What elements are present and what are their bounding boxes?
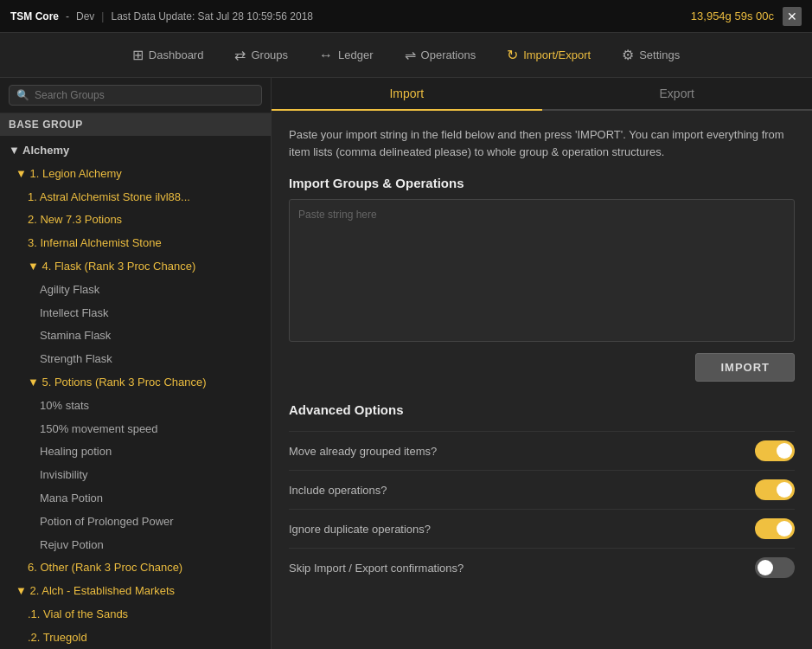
search-icon: 🔍: [16, 89, 29, 101]
tree-item-mana[interactable]: Mana Potion: [0, 487, 271, 511]
tree-item-legion_alchemy[interactable]: ▼ 1. Legion Alchemy: [0, 163, 271, 186]
import-button[interactable]: IMPORT: [695, 353, 795, 382]
nav-item-settings[interactable]: ⚙Settings: [608, 40, 694, 70]
toggle-knob-move_grouped: [777, 443, 792, 459]
toggle-move_grouped[interactable]: [755, 440, 795, 461]
tree-item-new73[interactable]: 2. New 7.3 Potions: [0, 209, 271, 232]
nav-icon-groups: ⇄: [234, 47, 246, 63]
nav-item-ledger[interactable]: ↔Ledger: [305, 41, 387, 70]
option-label-move_grouped: Move already grouped items?: [289, 445, 437, 458]
option-row-move_grouped: Move already grouped items?: [289, 431, 795, 470]
navbar: ⊞Dashboard⇄Groups↔Ledger⇌Operations↻Impo…: [0, 33, 812, 78]
nav-label-groups: Groups: [251, 48, 288, 61]
tree-item-infernal[interactable]: 3. Infernal Alchemist Stone: [0, 232, 271, 255]
advanced-options-title: Advanced Options: [289, 402, 795, 417]
option-label-include_ops: Include operations?: [289, 484, 387, 497]
group-header: Base Group: [0, 113, 271, 136]
tree-item-ten_percent[interactable]: 10% stats: [0, 395, 271, 418]
titlebar-right: 13,954g 59s 00c ✕: [691, 7, 802, 26]
tree-item-potions_rank3[interactable]: ▼ 5. Potions (Rank 3 Proc Chance): [0, 371, 271, 395]
option-row-include_ops: Include operations?: [289, 470, 795, 509]
toggle-knob-ignore_dupes: [777, 521, 792, 537]
nav-label-dashboard: Dashboard: [149, 48, 204, 61]
content-body: Paste your import string in the field be…: [272, 111, 812, 649]
tree-item-flask_rank3[interactable]: ▼ 4. Flask (Rank 3 Proc Chance): [0, 255, 271, 279]
search-input[interactable]: [35, 89, 254, 101]
tab-export[interactable]: Export: [542, 78, 813, 109]
search-input-wrap[interactable]: 🔍: [9, 85, 262, 106]
app-name: TSM Core: [10, 10, 59, 22]
nav-label-settings: Settings: [639, 48, 680, 61]
group-tree: ▼ Alchemy▼ 1. Legion Alchemy1. Astral Al…: [0, 136, 271, 649]
option-label-ignore_dupes: Ignore duplicate operations?: [289, 523, 431, 536]
nav-icon-settings: ⚙: [622, 47, 634, 63]
sidebar: 🔍 Base Group ▼ Alchemy▼ 1. Legion Alchem…: [0, 78, 272, 649]
tree-item-other_rank3[interactable]: 6. Other (Rank 3 Proc Chance): [0, 556, 271, 580]
nav-item-dashboard[interactable]: ⊞Dashboard: [118, 40, 218, 70]
titlebar-separator: -: [66, 10, 69, 22]
tab-import[interactable]: Import: [272, 78, 542, 111]
gold-amount: 13,954g 59s 00c: [691, 10, 774, 22]
tree-item-prolonged[interactable]: Potion of Prolonged Power: [0, 511, 271, 534]
toggle-ignore_dupes[interactable]: [755, 518, 795, 539]
tab-bar: ImportExport: [272, 78, 812, 111]
tree-item-stamina_flask[interactable]: Stamina Flask: [0, 324, 271, 348]
tree-item-truegold[interactable]: .2. Truegold: [0, 627, 271, 649]
option-label-skip_confirm: Skip Import / Export confirmations?: [289, 562, 464, 575]
tree-item-invisibility[interactable]: Invisibility: [0, 464, 271, 487]
content-panel: ImportExport Paste your import string in…: [272, 78, 812, 649]
nav-icon-dashboard: ⊞: [132, 47, 144, 63]
toggle-knob-include_ops: [777, 482, 792, 498]
nav-label-ledger: Ledger: [338, 48, 373, 61]
tree-item-agility_flask[interactable]: Agility Flask: [0, 279, 271, 302]
nav-icon-ledger: ↔: [319, 48, 333, 63]
nav-item-operations[interactable]: ⇌Operations: [391, 40, 490, 70]
main-layout: 🔍 Base Group ▼ Alchemy▼ 1. Legion Alchem…: [0, 78, 812, 649]
env-label: Dev: [76, 10, 94, 22]
titlebar: TSM Core - Dev | Last Data Update: Sat J…: [0, 0, 812, 33]
tree-item-movement[interactable]: 150% movement speed: [0, 418, 271, 441]
search-bar: 🔍: [0, 78, 271, 113]
nav-icon-import_export: ↻: [507, 47, 518, 63]
import-description: Paste your import string in the field be…: [289, 126, 795, 160]
tree-item-vial[interactable]: .1. Vial of the Sands: [0, 603, 271, 627]
nav-item-import_export[interactable]: ↻Import/Export: [493, 40, 604, 70]
nav-label-operations: Operations: [421, 48, 476, 61]
titlebar-divider: |: [101, 10, 104, 22]
close-button[interactable]: ✕: [783, 7, 802, 26]
import-textarea[interactable]: [289, 199, 795, 342]
option-row-skip_confirm: Skip Import / Export confirmations?: [289, 548, 795, 587]
toggle-include_ops[interactable]: [755, 479, 795, 500]
tree-item-intellect_flask[interactable]: Intellect Flask: [0, 302, 271, 325]
tree-item-healing[interactable]: Healing potion: [0, 440, 271, 464]
tree-item-astral[interactable]: 1. Astral Alchemist Stone ilvl88...: [0, 186, 271, 209]
tree-item-alchemy[interactable]: ▼ Alchemy: [0, 139, 271, 163]
toggle-knob-skip_confirm: [758, 560, 773, 575]
nav-label-import_export: Import/Export: [523, 48, 591, 61]
tree-item-established[interactable]: ▼ 2. Alch - Established Markets: [0, 580, 271, 603]
options-list: Move already grouped items?Include opera…: [289, 431, 795, 587]
nav-icon-operations: ⇌: [405, 47, 416, 63]
import-section-title: Import Groups & Operations: [289, 176, 795, 190]
option-row-ignore_dupes: Ignore duplicate operations?: [289, 509, 795, 548]
tree-item-strength_flask[interactable]: Strength Flask: [0, 348, 271, 371]
nav-item-groups[interactable]: ⇄Groups: [221, 40, 302, 70]
last-update: Last Data Update: Sat Jul 28 10:59:56 20…: [111, 10, 313, 22]
titlebar-info: TSM Core - Dev | Last Data Update: Sat J…: [10, 10, 313, 22]
toggle-skip_confirm[interactable]: [755, 557, 795, 578]
tree-item-rejuv[interactable]: Rejuv Potion: [0, 534, 271, 557]
